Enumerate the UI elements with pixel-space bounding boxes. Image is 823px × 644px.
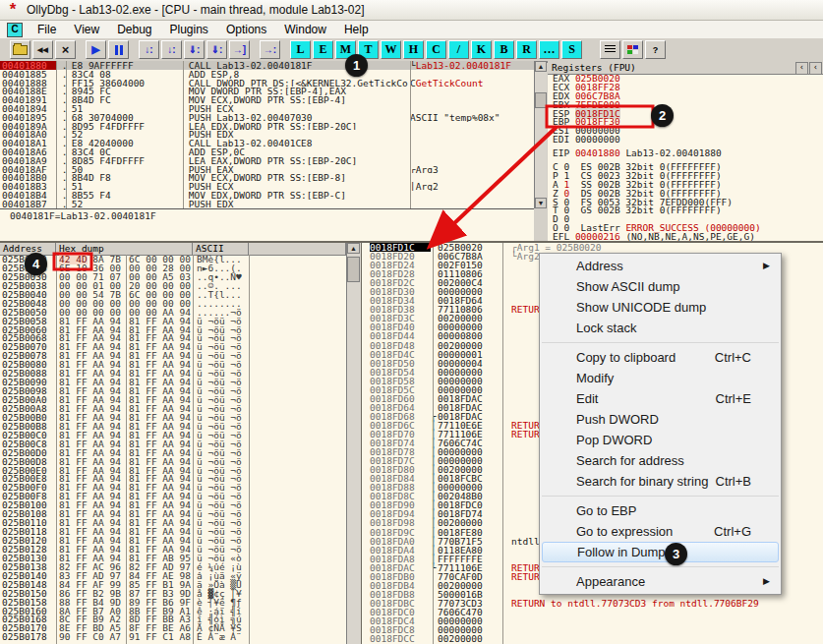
step-over-button[interactable]: ↓: xyxy=(161,40,182,59)
view-button-L[interactable]: L xyxy=(290,40,311,59)
disasm-row[interactable]: 00401894 . 51 PUSH ECX xyxy=(0,104,534,113)
hex-dump-pane[interactable]: Address Hex dump ASCII 025B002042 4D 8A … xyxy=(0,243,346,644)
column-divider xyxy=(56,61,57,208)
context-menu-item-push-dword[interactable]: Push DWORD xyxy=(542,409,779,430)
context-menu-item-search-for-binary-string[interactable]: Search for binary stringCtrl+B xyxy=(542,471,779,492)
restart-button[interactable]: ◀◀ xyxy=(32,40,53,59)
cpu-window-icon[interactable]: C xyxy=(7,23,23,37)
disasm-row[interactable]: 00401895 . 68 30704000 PUSH Lab13-02.004… xyxy=(0,113,534,122)
menu-item-view[interactable]: View xyxy=(65,22,108,37)
disasm-row[interactable]: 0040189A . 8D95 F4FDFFFF LEA EDX,DWORD P… xyxy=(0,122,534,131)
register-line[interactable]: EDI 00000000 xyxy=(548,136,823,145)
disasm-comment: CGetTickCount xyxy=(410,79,534,88)
view-button-R[interactable]: R xyxy=(516,40,537,59)
pause-button[interactable] xyxy=(108,40,129,59)
context-menu-item-follow-in-dump[interactable]: Follow in Dump xyxy=(542,542,779,562)
disasm-row[interactable]: 004018A0 . 52 PUSH EDX xyxy=(0,130,534,139)
close-button[interactable]: × xyxy=(55,40,76,59)
context-menu-item-copy-to-clipboard[interactable]: Copy to clipboardCtrl+C xyxy=(542,347,779,368)
disasm-row[interactable]: 00401885 . 83C4 08 ADD ESP,8 xyxy=(0,70,534,79)
disasm-address: 004018A1 xyxy=(0,139,56,147)
disasm-row[interactable]: 004018A9 . 8D85 F4FDFFFF LEA EAX,DWORD P… xyxy=(0,156,534,165)
disassembly-pane[interactable]: 00401880 . E8 9AFFFFFF CALL Lab13-02.004… xyxy=(0,61,534,209)
menu-item-window[interactable]: Window xyxy=(275,22,335,37)
stack-row[interactable]: 0018FDBC77073CD3RETURN to ntdll.77073CD3… xyxy=(362,599,823,608)
context-menu-item-appearance[interactable]: Appearance▶ xyxy=(542,571,779,592)
context-menu-item-go-to-ebp[interactable]: Go to EBP xyxy=(542,500,779,521)
step-into-button[interactable]: ↓: xyxy=(139,40,159,59)
disasm-comment xyxy=(410,191,534,200)
stack-row[interactable]: 0018FDC800000000 xyxy=(362,625,823,634)
disasm-row[interactable]: 004018B7 . 52 PUSH EDX xyxy=(0,200,534,208)
view-button-K[interactable]: K xyxy=(471,40,492,59)
dump-row[interactable]: 025B017890 FF C0 A791 FF C1 A8É À¨æ Á¨ xyxy=(0,632,346,641)
context-menu-item-search-for-address[interactable]: Search for address xyxy=(542,450,779,471)
pane-nav-left-icon[interactable]: ‹ xyxy=(795,62,808,75)
animate-into-button[interactable]: ⇓: xyxy=(184,40,205,59)
menu-item-file[interactable]: File xyxy=(29,22,65,37)
scroll-down-icon[interactable]: ▼ xyxy=(535,198,547,208)
disasm-row[interactable]: 00401891 . 8B4D FC MOV ECX,DWORD PTR SS:… xyxy=(0,95,534,104)
dump-ascii: É À¨æ Á¨ xyxy=(193,632,346,641)
scrollbar-thumb[interactable] xyxy=(535,92,547,108)
register-line[interactable]: T 0 GS 002B 32bit 0(FFFFFFFF) xyxy=(548,206,823,215)
view-button-W[interactable]: W xyxy=(381,40,401,59)
disasm-row[interactable]: 004018B3 . 51 PUSH ECX│Arg2 xyxy=(0,182,534,191)
view-button-slash[interactable]: / xyxy=(448,40,469,59)
disasm-bytes: 68 30704000 xyxy=(66,113,183,122)
view-button-E[interactable]: E xyxy=(313,40,333,59)
context-menu-item-show-unicode-dump[interactable]: Show UNICODE dump xyxy=(542,297,779,318)
context-menu-item-lock-stack[interactable]: Lock stack xyxy=(542,318,779,338)
registers-pane[interactable]: Registers (FPU) ‹ ‹ EAX 025B0020ECX 0018… xyxy=(548,61,823,241)
stack-row[interactable]: 0018FDCC00200000 xyxy=(362,634,823,643)
menu-item-options[interactable]: Options xyxy=(217,22,275,37)
context-menu-item-address[interactable]: Address▶ xyxy=(542,256,779,276)
disasm-bytes: 51 xyxy=(66,104,183,113)
scroll-up-icon[interactable]: ▲ xyxy=(347,243,360,254)
stack-row[interactable]: 0018FDC400000000 xyxy=(362,616,823,625)
toolbar: ◀◀×▶↓:↓:⇓:⇓:→]→:LEMTWHC/KBR…S? xyxy=(0,38,823,63)
pane-nav-left-icon[interactable]: ‹ xyxy=(809,62,822,75)
scrollbar-thumb[interactable] xyxy=(347,257,360,282)
menu-item-plugins[interactable]: Plugins xyxy=(161,22,217,37)
column-divider xyxy=(249,255,250,644)
disasm-instruction: LEA EAX,DWORD PTR SS:[EBP-20C] xyxy=(183,156,410,165)
context-menu-item-modify[interactable]: Modify xyxy=(542,368,779,388)
menu-item-help[interactable]: Help xyxy=(335,22,378,37)
disasm-address: 00401895 xyxy=(0,113,56,122)
scroll-up-icon[interactable]: ▲ xyxy=(535,61,547,72)
disasm-row[interactable]: 004018B0 . 8B4D F8 MOV ECX,DWORD PTR SS:… xyxy=(0,173,534,182)
view-button-dots[interactable]: … xyxy=(539,40,559,59)
disasm-row[interactable]: 0040188E . 8945 FC MOV DWORD PTR SS:[EBP… xyxy=(0,87,534,95)
go-to-address-button[interactable]: →: xyxy=(260,40,280,59)
appearance-colors-button[interactable] xyxy=(622,40,643,59)
disasm-row[interactable]: 00401888 . FF15 38604000 CALL DWORD PTR … xyxy=(0,79,534,88)
view-button-H[interactable]: H xyxy=(403,40,424,59)
register-line[interactable]: EIP 00401880 Lab13-02.00401880 xyxy=(548,149,823,158)
context-menu-item-go-to-expression[interactable]: Go to expressionCtrl+G xyxy=(542,521,779,542)
disasm-bytes: E8 9AFFFFFF xyxy=(66,61,183,70)
disasm-address: 00401891 xyxy=(0,95,56,104)
view-button-C[interactable]: C xyxy=(426,40,446,59)
menu-item-debug[interactable]: Debug xyxy=(108,22,160,37)
dump-scrollbar[interactable]: ▲ xyxy=(346,243,361,644)
disasm-row[interactable]: 004018A1 . E8 42040000 CALL Lab13-02.004… xyxy=(0,139,534,147)
disasm-row[interactable]: 004018AF . 50 PUSH EAX┌Arg3 xyxy=(0,165,534,174)
context-menu-item-edit[interactable]: EditCtrl+E xyxy=(542,388,779,409)
context-menu-item-pop-dword[interactable]: Pop DWORD xyxy=(542,430,779,450)
view-button-S[interactable]: S xyxy=(561,40,582,59)
open-file-button[interactable] xyxy=(10,40,30,59)
run-button[interactable]: ▶ xyxy=(86,40,106,59)
disasm-row[interactable]: 004018B4 . 8B55 F4 MOV EDX,DWORD PTR SS:… xyxy=(0,191,534,200)
execute-till-return-button[interactable]: →] xyxy=(229,40,250,59)
help-button[interactable]: ? xyxy=(645,40,666,59)
disassembly-scrollbar[interactable]: ▲ ▼ xyxy=(534,61,547,208)
windows-list-button[interactable] xyxy=(600,40,620,59)
register-line[interactable]: EFL 00000216 (NO,NB,NE,A,NS,PE,GE,G) xyxy=(548,233,823,241)
animate-over-button[interactable]: ⇓: xyxy=(206,40,227,59)
view-button-B[interactable]: B xyxy=(494,40,514,59)
stack-row[interactable]: 0018FDC07606C470 xyxy=(362,608,823,616)
context-menu-item-show-ascii-dump[interactable]: Show ASCII dump xyxy=(542,276,779,297)
disasm-row[interactable]: 00401880 . E8 9AFFFFFF CALL Lab13-02.004… xyxy=(0,61,534,70)
disasm-row[interactable]: 004018A6 . 83C4 0C ADD ESP,0C xyxy=(0,147,534,156)
